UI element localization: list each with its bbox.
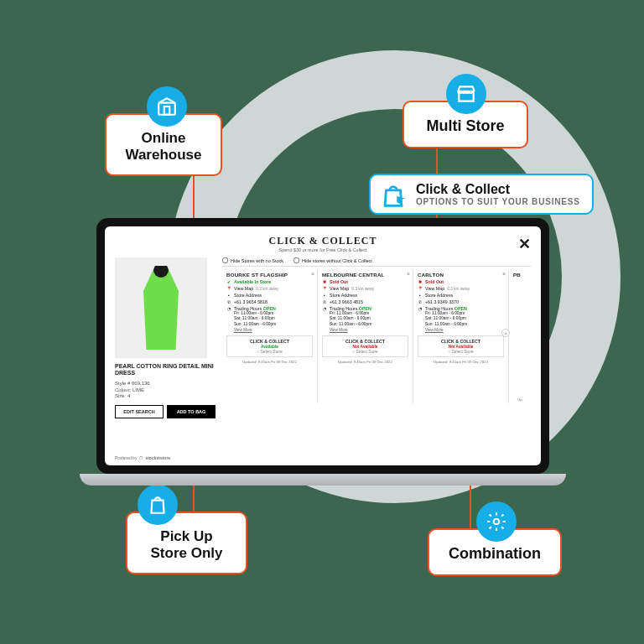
store-column: BOURKE ST FLAGSHIP×✔Available In Store📍V…: [222, 270, 318, 403]
store-phone[interactable]: +61 3 9654 5818: [234, 299, 267, 304]
store-column-peek: PBUp: [509, 270, 531, 403]
view-more-link[interactable]: View More: [234, 328, 313, 332]
pin-icon: 📍: [226, 286, 231, 291]
store-address-link[interactable]: Store Address: [234, 293, 262, 298]
laptop-mock: CLICK & COLLECT Spend $30 or more for Fr…: [96, 218, 549, 486]
trading-hours: Fri: 11:00am - 6:00pmSat: 11:00am - 6:00…: [425, 311, 504, 327]
trading-hours: Fri: 11:00am - 6:00pmSat: 11:00am - 6:00…: [330, 311, 408, 327]
clock-icon: ◔: [226, 306, 231, 311]
address-icon: ▪: [418, 293, 423, 298]
address-icon: ▪: [226, 293, 231, 298]
callout-click-collect: Click & Collect OPTIONS TO SUIT YOUR BUS…: [369, 174, 594, 215]
store-name: CARLTON: [418, 272, 504, 278]
trading-hours: Fri: 11:00am - 6:00pmSat: 11:00am - 6:00…: [234, 311, 313, 327]
remove-store-icon[interactable]: ×: [407, 271, 410, 277]
updated-timestamp: Updated: 9:45am Fri 09 Dec 2022: [322, 360, 408, 364]
close-icon[interactable]: ✕: [518, 235, 531, 253]
svg-rect-0: [158, 103, 175, 115]
store-name: MELBOURNE CENTRAL: [322, 272, 408, 278]
callout-title: Click & Collect: [416, 182, 580, 197]
updated-timestamp: Updated: 9:45am Fri 09 Dec 2022: [226, 360, 313, 364]
product-meta: Style # 069,136 Colour: LIME Size: 4: [115, 381, 216, 400]
store-column: MELBOURNE CENTRAL×✖Sold Out📍View Map 0.3…: [318, 270, 413, 403]
pin-icon: 📍: [418, 286, 423, 291]
feature-online-warehouse: Online Warehouse: [105, 113, 222, 176]
modal-click-collect: CLICK & COLLECT Spend $30 or more for Fr…: [105, 226, 541, 465]
add-to-bag-button[interactable]: ADD TO BAG: [167, 405, 216, 418]
store-icon: [446, 74, 486, 114]
filter-no-cc[interactable]: Hide stores without Click & Collect: [293, 257, 372, 263]
feature-label: Pick Up Store Only: [151, 528, 223, 561]
remove-store-icon[interactable]: ×: [311, 271, 314, 277]
feature-label: Multi Store: [427, 117, 505, 134]
click-collect-box: CLICK & COLLECTNot Available○ Select Sto…: [418, 335, 504, 357]
store-name: BOURKE ST FLAGSHIP: [226, 272, 313, 278]
stock-status: Available In Store: [234, 279, 271, 284]
view-map-link[interactable]: View Map: [425, 286, 444, 291]
callout-subtitle: OPTIONS TO SUIT YOUR BUSINESS: [416, 197, 580, 206]
modal-title: CLICK & COLLECT: [115, 235, 531, 247]
stock-status: Sold Out: [330, 279, 348, 284]
pin-icon: 📍: [322, 286, 327, 291]
feature-combination: Combination: [428, 528, 562, 576]
edit-search-button[interactable]: EDIT SEARCH: [115, 405, 164, 418]
view-map-link[interactable]: View Map: [234, 286, 253, 291]
bag-icon: [138, 485, 178, 525]
modal-subtitle: Spend $30 or more for Free Click & Colle…: [115, 247, 531, 252]
store-column: CARLTON×✖Sold Out📍View Map 0.3 km away▪S…: [413, 270, 509, 403]
product-image: [115, 257, 207, 358]
store-address-link[interactable]: Store Address: [330, 293, 357, 298]
click-collect-box[interactable]: CLICK & COLLECTAvailable○ Select Store: [226, 335, 313, 357]
remove-store-icon[interactable]: ×: [502, 271, 506, 277]
feature-label: Combination: [449, 545, 541, 562]
stock-status: Sold Out: [425, 279, 444, 284]
bag-cursor-icon: [379, 182, 408, 210]
status-icon: ✖: [418, 279, 423, 284]
pin-icon: ⎔: [139, 455, 143, 460]
feature-multi-store: Multi Store: [402, 101, 528, 148]
view-more-link[interactable]: View More: [330, 328, 408, 332]
filter-no-stock[interactable]: Hide Stores with no Stock: [222, 257, 283, 263]
status-icon: ✔: [226, 279, 231, 284]
phone-icon: ✆: [226, 299, 231, 304]
svg-rect-1: [164, 106, 170, 115]
click-collect-box: CLICK & COLLECTNot Available○ Select Sto…: [322, 335, 408, 357]
store-phone[interactable]: +61 3 9349 3370: [425, 299, 459, 304]
store-phone[interactable]: +61 3 9663 4815: [330, 299, 363, 304]
powered-by: Powered by ⎔ stockinstore: [115, 455, 170, 460]
gear-icon: [476, 501, 517, 542]
view-more-link[interactable]: View More: [425, 328, 504, 332]
store-address-link[interactable]: Store Address: [425, 293, 453, 298]
updated-timestamp: Updated: 9:45am Fri 09 Dec 2022: [418, 360, 504, 364]
svg-point-2: [494, 519, 500, 525]
clock-icon: ◔: [418, 306, 423, 311]
warehouse-icon: [147, 86, 187, 127]
feature-label: Online Warehouse: [125, 130, 201, 163]
phone-icon: ✆: [418, 299, 423, 304]
laptop-base: [80, 474, 566, 486]
product-name: PEARL COTTON RING DETAIL MINI DRESS: [115, 363, 216, 377]
status-icon: ✖: [322, 279, 327, 284]
phone-icon: ✆: [322, 299, 327, 304]
view-map-link[interactable]: View Map: [330, 286, 349, 291]
clock-icon: ◔: [322, 306, 327, 311]
feature-pickup-store-only: Pick Up Store Only: [126, 512, 247, 574]
address-icon: ▪: [322, 293, 327, 298]
